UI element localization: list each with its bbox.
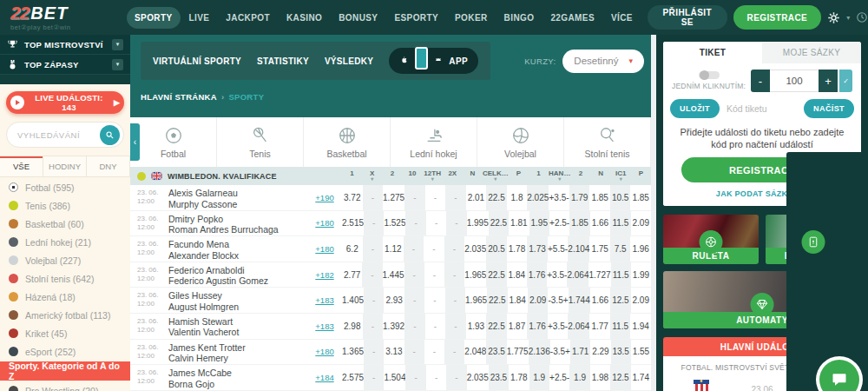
odds-cell[interactable]: 2.01 (466, 185, 487, 210)
odds-cell[interactable]: 1.525 (384, 211, 405, 236)
more-markets-link[interactable]: +183 (307, 288, 342, 313)
odds-cell[interactable]: 1.55 (631, 340, 651, 365)
odds-cell[interactable]: 2.136 (529, 340, 550, 365)
odds-cell[interactable]: 1.81 (509, 211, 529, 236)
chevron-down-icon[interactable]: ▾ (112, 39, 123, 50)
odds-cell[interactable]: +3.5- (547, 262, 567, 288)
odds-cell[interactable]: 2.104 (568, 236, 589, 262)
odds-cell[interactable]: 1.85 (569, 211, 589, 236)
odds-cell[interactable]: 23.5 (486, 340, 506, 365)
odds-cell[interactable]: 12.5 (610, 365, 630, 390)
match-teams[interactable]: Federico Arnaboldi Federico Agustin Gome… (168, 262, 307, 288)
odds-cell[interactable]: 11.5 (611, 262, 631, 288)
sidebar-sport-item[interactable]: Fotbal (595) (0, 178, 130, 196)
more-markets-link[interactable]: +183 (307, 314, 342, 339)
odds-cell[interactable]: 1.85 (630, 185, 651, 210)
carousel-sport[interactable]: Stolní tenis (564, 117, 651, 167)
column-header[interactable]: P ▾ (631, 167, 651, 185)
nav-item[interactable]: BONUSY (331, 7, 385, 29)
odds-cell[interactable]: 1.95 (529, 211, 549, 236)
odds-cell[interactable]: 1.76 (527, 262, 547, 288)
odds-cell[interactable]: 1.78 (507, 236, 528, 262)
odds-cell[interactable]: 2.29 (590, 340, 610, 365)
column-header[interactable]: 2 ▾ (570, 167, 590, 185)
sidebar-sport-item[interactable]: Kriket (45) (0, 324, 130, 342)
carousel-sport[interactable]: Fotbal (130, 117, 217, 167)
odds-cell[interactable]: 1.78 (509, 365, 529, 390)
nav-item[interactable]: BINGO (496, 7, 542, 29)
odds-cell[interactable]: 11.5 (610, 314, 631, 339)
odds-cell[interactable]: 7.5 (610, 236, 631, 262)
carousel-sport[interactable]: Volejbal (477, 117, 564, 167)
sidebar-tab[interactable]: DNY (87, 156, 130, 176)
match-teams[interactable]: Dmitry Popko Roman Andres Burruchaga (168, 211, 307, 236)
column-header[interactable]: IC1 ▾ (611, 167, 631, 185)
odds-cell[interactable]: 1.445 (383, 262, 404, 288)
odds-cell[interactable]: 3.13 (384, 340, 404, 365)
odds-cell[interactable]: 12.5 (610, 288, 630, 313)
odds-cell[interactable]: 1.66 (590, 211, 610, 236)
odds-cell[interactable]: 2.98 (342, 314, 363, 339)
odds-cell[interactable]: 1.99 (631, 262, 651, 288)
sidebar-sport-item[interactable]: Americký fotbal (113) (0, 306, 130, 324)
sidebar-sport-item[interactable]: Volejbal (227) (0, 251, 130, 269)
nav-item[interactable]: SPORTY (127, 7, 181, 29)
odds-format-dropdown[interactable]: Desetinný ▾ (562, 50, 644, 73)
carousel-sport[interactable]: Basketbal (304, 117, 391, 167)
sidebar-sport-item[interactable]: Házená (18) (0, 288, 130, 306)
subnav-item[interactable]: VÝSLEDKY (325, 56, 373, 66)
odds-cell[interactable]: 22.5 (486, 262, 506, 288)
betslip-tab[interactable]: MOJE SÁZKY (762, 42, 861, 63)
column-header[interactable]: 1 ▾ (342, 167, 362, 185)
chevron-down-icon[interactable]: ▾ (112, 59, 123, 70)
column-header[interactable]: 12TH ▾ (423, 167, 443, 185)
odds-cell[interactable]: 22.5 (487, 288, 507, 313)
odds-cell[interactable]: 13.5 (611, 340, 631, 365)
odds-cell[interactable]: 1.73 (527, 236, 548, 262)
odds-cell[interactable]: +2.5- (549, 365, 569, 390)
odds-cell[interactable]: 1.504 (384, 365, 405, 390)
breadcrumb-home[interactable]: HLAVNÍ STRÁNKA (141, 92, 217, 102)
odds-cell[interactable]: 1.74 (631, 365, 651, 390)
sidebar-top-link[interactable]: TOP ZÁPASY ▾ (0, 55, 130, 75)
nav-item[interactable]: JACKPOT (218, 7, 278, 29)
odds-cell[interactable]: 11.5 (610, 211, 630, 236)
column-header[interactable]: 2 ▾ (382, 167, 402, 185)
column-header[interactable]: P ▾ (509, 167, 529, 185)
odds-cell[interactable]: 1.12 (383, 236, 404, 262)
odds-cell[interactable]: +5.5- (548, 236, 569, 262)
match-teams[interactable]: Hamish Stewart Valentin Vacherot (168, 314, 307, 339)
betslip-tab[interactable]: TIKET (663, 42, 762, 63)
subnav-item[interactable]: VIRTUÁLNÍ SPORTY (153, 56, 241, 66)
sidebar-tab[interactable]: HODINY (43, 156, 87, 176)
column-header[interactable]: X ▾ (362, 167, 382, 185)
nav-item[interactable]: VÍCE (603, 7, 641, 29)
column-header[interactable]: HAN… ▾ (549, 167, 570, 185)
load-ticket-button[interactable]: NAČÍST (804, 99, 854, 118)
promo-tile[interactable]: RULETA (663, 215, 759, 264)
column-header[interactable]: N ▾ (591, 167, 611, 185)
odds-cell[interactable]: 1.71 (570, 340, 590, 365)
odds-cell[interactable]: 1.94 (630, 314, 651, 339)
search-button[interactable] (100, 125, 120, 145)
odds-cell[interactable]: 1.66 (590, 288, 610, 313)
stake-plus-button[interactable]: + (819, 70, 838, 92)
odds-cell[interactable]: -3.5+ (548, 288, 568, 313)
sidebar-sport-item[interactable]: Basketbal (60) (0, 215, 130, 233)
app-download-button[interactable]: APP (389, 48, 478, 74)
odds-cell[interactable]: 6.2 (342, 236, 363, 262)
odds-cell[interactable]: 2.035 (467, 365, 489, 390)
odds-cell[interactable]: 1.77 (589, 314, 610, 339)
login-button[interactable]: PŘIHLÁSIT SE (648, 5, 727, 30)
sidebar-top-link[interactable]: TOP MISTROVSTVÍ ▾ (0, 35, 130, 55)
nav-item[interactable]: 22GAMES (542, 7, 602, 29)
odds-cell[interactable]: +2.5- (549, 211, 569, 236)
column-header[interactable]: 1 ▾ (529, 167, 549, 185)
sports-az-banner[interactable]: Sporty. Kategorie od A do Z (0, 361, 130, 381)
odds-cell[interactable]: 20.5 (486, 236, 507, 262)
odds-cell[interactable]: 2.09 (631, 288, 651, 313)
carousel-sport[interactable]: Lední hokej (391, 117, 477, 167)
odds-cell[interactable]: 2.575 (342, 365, 364, 390)
odds-cell[interactable]: 1.405 (342, 288, 364, 313)
more-markets-link[interactable]: +184 (307, 365, 342, 390)
